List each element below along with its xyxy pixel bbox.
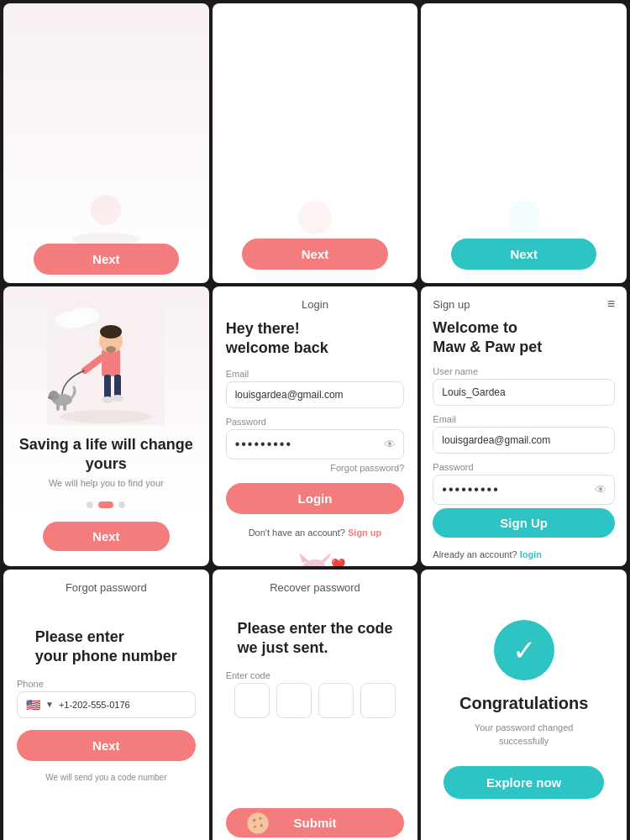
signup-password-label: Password [433, 462, 615, 472]
phone-label: Phone [17, 679, 196, 689]
bird-illustration: ♪ ♫ [433, 563, 615, 566]
cell-r1c1: Next [3, 3, 209, 283]
login-footer: Don't have an account? Sign up [249, 528, 382, 538]
cell-signup: Sign up ≡ Welcome to Maw & Paw pet User … [421, 286, 627, 566]
svg-point-18 [49, 391, 59, 401]
signup-screen-title: Sign up [433, 298, 470, 311]
congrats-title: Congratulations [459, 694, 588, 713]
cell-onboarding: Saving a life will change yours We will … [3, 286, 209, 566]
cookie-icon [246, 811, 270, 835]
svg-rect-21 [63, 404, 66, 411]
password-label: Password [226, 417, 405, 427]
forgot-password-link[interactable]: Forgot password? [226, 463, 405, 473]
password-input[interactable] [226, 429, 405, 459]
svg-text:❤️: ❤️ [331, 558, 346, 566]
svg-point-50 [259, 817, 261, 820]
partial-illustration [64, 193, 148, 244]
dot-3 [118, 501, 125, 508]
recover-heading: Please enter the code we just sent. [237, 619, 392, 659]
username-label: User name [433, 366, 615, 376]
signup-button[interactable]: Sign Up [433, 508, 615, 538]
flag-icon: 🇺🇸 [26, 698, 40, 711]
signup-link[interactable]: Sign up [348, 528, 381, 538]
svg-rect-8 [102, 349, 120, 376]
svg-rect-20 [56, 404, 60, 411]
eye-icon[interactable]: 👁 [384, 438, 396, 451]
svg-point-5 [60, 410, 152, 423]
dot-1 [87, 501, 93, 508]
checkmark-icon: ✓ [512, 636, 536, 664]
login-button[interactable]: Login [226, 483, 405, 514]
dropdown-arrow[interactable]: ▼ [45, 700, 54, 709]
login-heading: Hey there! welcome back [226, 319, 405, 359]
code-input-3[interactable] [318, 683, 354, 718]
signup-email-input[interactable] [433, 427, 615, 454]
cell-recover-password: Recover password Please enter the code w… [213, 570, 418, 840]
svg-point-12 [112, 395, 123, 402]
forgot-next-button[interactable]: Next [17, 730, 196, 761]
bird-svg: ♪ ♫ [531, 563, 615, 566]
partial-illustration-3 [499, 197, 549, 239]
code-inputs-container [226, 683, 405, 718]
onboarding-title: Saving a life will change yours [15, 435, 197, 475]
dot-2 [98, 501, 113, 508]
signup-eye-icon[interactable]: 👁 [595, 483, 606, 496]
congrats-subtitle: Your password changed successfully [475, 722, 574, 748]
forgot-screen-title: Forgot password [17, 581, 196, 594]
svg-point-19 [48, 396, 53, 399]
phone-input[interactable] [59, 700, 186, 710]
onboarding-next-button[interactable]: Next [43, 522, 171, 551]
signup-header: Sign up ≡ [433, 297, 615, 312]
cell-r1c3: Next [421, 3, 627, 283]
submit-button[interactable]: Submit [226, 808, 405, 837]
code-input-2[interactable] [276, 683, 312, 718]
submit-area: Submit [226, 808, 405, 837]
code-input-4[interactable] [360, 683, 396, 718]
next-button-r1c1[interactable]: Next [34, 244, 179, 275]
onboarding-subtitle: We will help you to find your [15, 478, 197, 488]
pagination-dots [87, 501, 125, 508]
login-link[interactable]: login [520, 549, 542, 559]
login-screen-title: Login [226, 298, 405, 311]
svg-rect-9 [104, 375, 111, 400]
onboarding-illustration [47, 295, 165, 425]
partial-illustration-2 [290, 197, 340, 239]
onboarding-text: Saving a life will change yours We will … [15, 435, 197, 488]
phone-input-wrap: 🇺🇸 ▼ [17, 691, 196, 718]
svg-rect-10 [114, 375, 121, 398]
svg-point-1 [91, 195, 121, 225]
svg-point-11 [102, 396, 113, 403]
forgot-heading: Please enter your phone number [35, 627, 177, 667]
svg-point-3 [507, 201, 541, 234]
email-input[interactable] [226, 381, 405, 408]
signup-email-label: Email [433, 414, 615, 424]
next-button-r1c3[interactable]: Next [451, 239, 596, 270]
explore-now-button[interactable]: Explore now [444, 766, 604, 799]
cat-svg: ❤️ 🐾 [277, 544, 353, 566]
hamburger-icon[interactable]: ≡ [607, 297, 615, 312]
svg-point-2 [298, 201, 332, 234]
email-label: Email [226, 369, 405, 379]
cell-login: Login Hey there! welcome back Email Pass… [213, 286, 418, 566]
enter-code-label: Enter code [226, 670, 405, 680]
password-wrap: 👁 [226, 429, 405, 459]
svg-point-48 [247, 812, 268, 833]
username-input[interactable] [433, 379, 615, 406]
svg-point-14 [100, 325, 122, 339]
code-input-1[interactable] [234, 683, 270, 718]
svg-marker-24 [299, 553, 309, 563]
svg-point-15 [106, 346, 116, 353]
svg-point-7 [70, 307, 100, 324]
cell-r1c2: Next [213, 3, 418, 283]
success-circle: ✓ [494, 620, 554, 680]
cell-forgot-password: Forgot password Please enter your phone … [3, 570, 209, 840]
cat-illustration: ❤️ 🐾 [226, 544, 405, 566]
forgot-footer: We will send you a code number [45, 773, 166, 782]
signup-welcome: Welcome to Maw & Paw pet [433, 318, 542, 358]
next-button-r1c2[interactable]: Next [242, 239, 387, 270]
recover-screen-title: Recover password [226, 581, 405, 594]
svg-point-51 [260, 824, 263, 827]
app-grid: Next Next Next [0, 0, 630, 840]
signup-footer: Already an account? login [433, 549, 542, 559]
signup-password-input[interactable] [433, 475, 615, 505]
